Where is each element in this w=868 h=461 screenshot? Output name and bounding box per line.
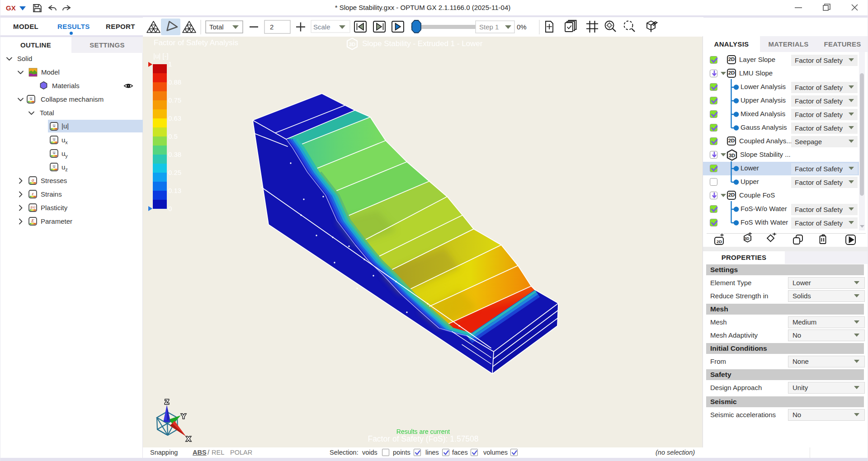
svg-text:u: u bbox=[53, 136, 56, 141]
svg-text:0%: 0% bbox=[517, 23, 527, 31]
svg-text:1: 1 bbox=[168, 60, 172, 68]
svg-text:Total: Total bbox=[209, 23, 224, 31]
svg-text:GX: GX bbox=[6, 4, 16, 12]
svg-text:|u| [-]: |u| [-] bbox=[153, 52, 169, 60]
svg-text:3D: 3D bbox=[349, 42, 356, 47]
svg-text:Slope Stability - Extruded 1 -: Slope Stability - Extruded 1 - Lower bbox=[362, 39, 483, 48]
svg-text:u: u bbox=[53, 164, 56, 169]
svg-text:X: X bbox=[186, 435, 191, 442]
svg-text:0.25: 0.25 bbox=[168, 169, 181, 176]
svg-text:3D: 3D bbox=[729, 153, 735, 158]
svg-text:0.13: 0.13 bbox=[168, 187, 181, 194]
svg-text:3D: 3D bbox=[745, 236, 750, 241]
svg-text:2D: 2D bbox=[717, 239, 722, 244]
svg-text:Factor of Safety (FoS): 1.5750: Factor of Safety (FoS): 1.57508 bbox=[368, 434, 478, 443]
svg-text:0.88: 0.88 bbox=[168, 78, 181, 86]
svg-text:∫(σ): ∫(σ) bbox=[30, 205, 35, 209]
svg-text:Z: Z bbox=[165, 398, 169, 405]
svg-text:0: 0 bbox=[168, 205, 172, 212]
svg-text:Scale: Scale bbox=[313, 23, 330, 31]
svg-text:Step 1: Step 1 bbox=[479, 23, 499, 31]
svg-text:0.5: 0.5 bbox=[168, 132, 178, 140]
svg-text:u: u bbox=[30, 96, 33, 101]
svg-text:E: E bbox=[31, 218, 34, 223]
svg-text:u: u bbox=[53, 150, 56, 155]
svg-text:0.63: 0.63 bbox=[168, 114, 181, 122]
svg-text:Y: Y bbox=[181, 412, 186, 420]
svg-text:2: 2 bbox=[270, 23, 274, 31]
svg-text:σ: σ bbox=[32, 178, 34, 183]
svg-text:u: u bbox=[53, 123, 56, 128]
svg-text:0.75: 0.75 bbox=[168, 96, 181, 104]
svg-text:0.38: 0.38 bbox=[168, 151, 181, 158]
svg-text:Factor of Safety Analysis: Factor of Safety Analysis bbox=[154, 38, 238, 47]
